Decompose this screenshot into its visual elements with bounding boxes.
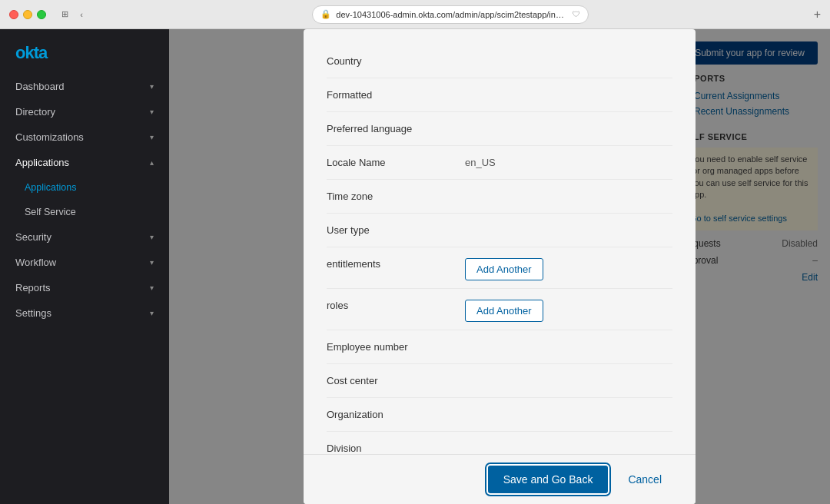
add-another-roles-button[interactable]: Add Another — [465, 300, 543, 322]
value-preferred-language — [465, 120, 672, 123]
sidebar-item-reports[interactable]: Reports ▾ — [0, 275, 169, 300]
sidebar-label-security: Security — [15, 231, 51, 243]
chevron-down-icon: ▾ — [150, 133, 154, 141]
form-row-entitlements: entitlements Add Another — [327, 247, 672, 289]
cancel-button[interactable]: Cancel — [617, 466, 672, 493]
chevron-down-icon: ▾ — [150, 108, 154, 116]
form-row-cost-center: Cost center — [327, 364, 672, 398]
value-roles: Add Another — [465, 297, 672, 322]
value-time-zone — [465, 187, 672, 191]
chevron-down-icon: ▾ — [150, 82, 154, 91]
content-area: Submit your app for review REPORTS ☰ Cur… — [169, 29, 830, 504]
form-row-formatted: Formatted — [327, 78, 672, 112]
traffic-lights — [9, 10, 46, 19]
back-icon[interactable]: ‹ — [75, 8, 88, 21]
okta-logo: okta — [0, 29, 169, 74]
minimize-button[interactable] — [23, 10, 32, 19]
form-row-division: Division — [327, 432, 672, 454]
chevron-down-icon: ▾ — [150, 309, 154, 317]
sidebar-label-dashboard: Dashboard — [15, 81, 65, 92]
sidebar-label-customizations: Customizations — [15, 131, 84, 143]
url-text: dev-10431006-admin.okta.com/admin/app/sc… — [336, 10, 568, 19]
label-formatted: Formatted — [327, 86, 465, 101]
sidebar-nav: Dashboard ▾ Directory ▾ Customizations ▾… — [0, 74, 169, 504]
sidebar-item-security[interactable]: Security ▾ — [0, 224, 169, 250]
modal-dialog: Country Formatted Preferred language Loc… — [304, 29, 696, 504]
form-row-user-type: User type — [327, 214, 672, 247]
shield-icon: 🛡 — [573, 10, 580, 18]
form-row-roles: roles Add Another — [327, 289, 672, 330]
save-go-back-button[interactable]: Save and Go Back — [488, 466, 609, 493]
address-bar: 🔒 dev-10431006-admin.okta.com/admin/app/… — [94, 5, 808, 24]
label-preferred-language: Preferred language — [327, 120, 465, 134]
label-employee-number: Employee number — [327, 338, 465, 353]
sidebar-label-applications: Applications — [15, 157, 69, 168]
sidebar-item-settings[interactable]: Settings ▾ — [0, 300, 169, 326]
value-entitlements: Add Another — [465, 255, 672, 280]
label-country: Country — [327, 52, 465, 67]
add-another-entitlements-button[interactable]: Add Another — [465, 258, 543, 280]
value-user-type — [465, 221, 672, 224]
form-row-country: Country — [327, 45, 672, 78]
label-time-zone: Time zone — [327, 187, 465, 202]
label-division: Division — [327, 439, 465, 454]
sidebar-item-customizations[interactable]: Customizations ▾ — [0, 124, 169, 150]
sidebar-label-directory: Directory — [15, 106, 55, 118]
modal-footer: Save and Go Back Cancel — [304, 454, 696, 504]
label-organization: Organization — [327, 406, 465, 420]
app-container: okta Dashboard ▾ Directory ▾ Customizati… — [0, 29, 830, 504]
sidebar-label-applications-sub: Applications — [25, 182, 76, 193]
sidebar-label-settings: Settings — [15, 307, 51, 319]
address-input[interactable]: 🔒 dev-10431006-admin.okta.com/admin/app/… — [312, 5, 589, 24]
chevron-down-icon: ▾ — [150, 258, 154, 267]
tab-grid-icon[interactable]: ⊞ — [58, 8, 71, 21]
value-organization — [465, 406, 672, 409]
form-row-organization: Organization — [327, 398, 672, 432]
form-row-preferred-language: Preferred language — [327, 112, 672, 146]
sidebar-label-self-service: Self Service — [25, 207, 76, 217]
value-cost-center — [465, 372, 672, 375]
label-entitlements: entitlements — [327, 255, 465, 270]
form-row-employee-number: Employee number — [327, 330, 672, 364]
value-employee-number — [465, 338, 672, 341]
sidebar: okta Dashboard ▾ Directory ▾ Customizati… — [0, 29, 169, 504]
window-controls: ⊞ ‹ — [58, 8, 88, 21]
chevron-up-icon: ▴ — [150, 158, 154, 167]
close-button[interactable] — [9, 10, 18, 19]
form-row-time-zone: Time zone — [327, 180, 672, 214]
chevron-down-icon: ▾ — [150, 284, 154, 292]
sidebar-item-applications[interactable]: Applications ▴ — [0, 150, 169, 175]
sidebar-item-dashboard[interactable]: Dashboard ▾ — [0, 74, 169, 99]
sidebar-item-self-service[interactable]: Self Service — [0, 200, 169, 224]
new-tab-button[interactable]: + — [814, 8, 821, 22]
value-locale-name: en_US — [465, 154, 672, 168]
value-division — [465, 439, 672, 443]
sidebar-item-workflow[interactable]: Workflow ▾ — [0, 250, 169, 275]
label-locale-name: Locale Name — [327, 154, 465, 168]
label-cost-center: Cost center — [327, 372, 465, 386]
label-roles: roles — [327, 297, 465, 311]
value-country — [465, 52, 672, 55]
maximize-button[interactable] — [37, 10, 46, 19]
form-row-locale-name: Locale Name en_US — [327, 146, 672, 180]
value-formatted — [465, 86, 672, 89]
sidebar-item-directory[interactable]: Directory ▾ — [0, 99, 169, 124]
label-user-type: User type — [327, 221, 465, 236]
sidebar-item-applications-sub[interactable]: Applications — [0, 175, 169, 200]
modal-overlay: Country Formatted Preferred language Loc… — [169, 29, 830, 504]
chevron-down-icon: ▾ — [150, 233, 154, 241]
sidebar-label-reports: Reports — [15, 282, 51, 293]
modal-body: Country Formatted Preferred language Loc… — [304, 29, 696, 454]
title-bar: ⊞ ‹ 🔒 dev-10431006-admin.okta.com/admin/… — [0, 0, 830, 29]
sidebar-label-workflow: Workflow — [15, 257, 56, 268]
